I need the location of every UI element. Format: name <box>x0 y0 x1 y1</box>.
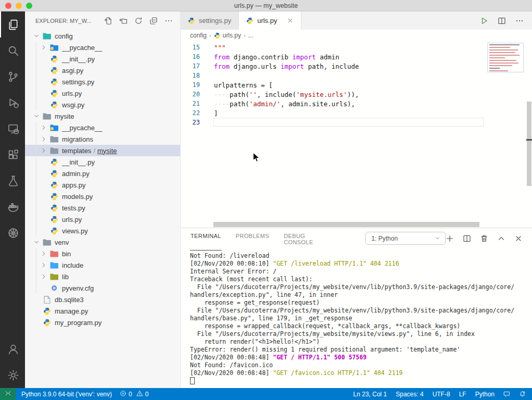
code-line-22[interactable]: 22] <box>181 108 532 118</box>
panel-tab-problems[interactable]: PROBLEMS <box>235 226 270 251</box>
feedback-button[interactable] <box>503 391 510 397</box>
activity-item-search[interactable] <box>0 38 25 64</box>
problems-status[interactable]: 0 0 <box>120 390 148 398</box>
remote-indicator[interactable] <box>0 388 16 400</box>
plus-button[interactable] <box>446 234 454 243</box>
activity-item-kubernetes[interactable] <box>0 220 25 246</box>
code-line-17[interactable]: 17from django.urls import path, include <box>181 61 532 71</box>
tree-item-mysite[interactable]: mysite <box>25 110 180 122</box>
tree-item-label: __init__.py <box>62 55 95 63</box>
new-file-button[interactable] <box>104 17 112 25</box>
code-editor[interactable]: 15"""16from django.contrib import admin1… <box>181 41 532 228</box>
minimap[interactable] <box>487 43 524 72</box>
horizontal-scrollbar[interactable] <box>213 222 479 227</box>
tree-item-asgi.py[interactable]: asgi.py <box>25 65 180 76</box>
activity-item-settings-gear[interactable] <box>0 362 25 388</box>
chevron-right-icon[interactable] <box>40 249 48 258</box>
tree-item-manage.py[interactable]: manage.py <box>25 305 180 317</box>
chevron-right-icon[interactable] <box>40 146 48 155</box>
python-interpreter-status[interactable]: Python 3.9.0 64-bit ('venv': venv) <box>21 391 112 398</box>
status-spaces-4[interactable]: Spaces: 4 <box>396 391 423 398</box>
zoom-window-button[interactable] <box>26 3 32 9</box>
chevron-right-icon[interactable] <box>40 123 48 132</box>
close-button[interactable] <box>514 234 523 243</box>
tree-item-db.sqlite3[interactable]: db.sqlite3 <box>25 294 180 305</box>
run-icon <box>480 17 488 25</box>
activity-item-test-beaker[interactable] <box>0 168 25 194</box>
tree-item-__init__.py[interactable]: __init__.py <box>25 53 180 65</box>
chevron-right-icon[interactable] <box>40 272 48 281</box>
tree-item-config[interactable]: config <box>25 30 180 42</box>
code-line-19[interactable]: 19urlpatterns = [ <box>181 80 532 90</box>
collapse-all-button[interactable] <box>149 17 158 25</box>
run-button[interactable] <box>480 17 488 25</box>
split-panel-button[interactable] <box>463 234 471 243</box>
tab-urls.py[interactable]: urls.py <box>239 11 301 30</box>
code-line-15[interactable]: 15""" <box>181 43 532 52</box>
activity-item-run-debug[interactable] <box>0 90 25 116</box>
bell-button[interactable] <box>519 391 526 397</box>
vertical-scrollbar[interactable] <box>527 102 531 186</box>
chevron-down-icon[interactable] <box>32 32 41 40</box>
tree-item-bin[interactable]: bin <box>25 248 180 259</box>
chevron-up-button[interactable] <box>497 234 505 243</box>
activity-item-extensions[interactable] <box>0 142 25 168</box>
tree-item-migrations[interactable]: migrations <box>25 133 180 145</box>
chevron-down-icon[interactable] <box>32 112 41 120</box>
code-line-18[interactable]: 18 <box>181 71 532 80</box>
tree-item-__init__.py[interactable]: __init__.py <box>25 156 180 168</box>
chevron-right-icon[interactable] <box>40 43 48 52</box>
activity-item-docker[interactable] <box>0 194 25 220</box>
code-line-20[interactable]: 20····path('', include('mysite.urls')), <box>181 90 532 99</box>
status-python[interactable]: Python <box>475 391 495 398</box>
chevron-right-icon[interactable] <box>40 135 48 143</box>
code-line-16[interactable]: 16from django.contrib import admin <box>181 52 532 61</box>
status-lf[interactable]: LF <box>459 391 466 398</box>
code-line-21[interactable]: 21····path('admin/', admin.site.urls), <box>181 99 532 108</box>
tree-item-templates[interactable]: templates/mysite <box>25 145 180 156</box>
minimize-window-button[interactable] <box>16 3 22 9</box>
chevron-down-icon[interactable] <box>32 238 41 246</box>
tree-item-pyvenv.cfg[interactable]: ⚙pyvenv.cfg <box>25 282 180 294</box>
breadcrumb-item-...[interactable]: ... <box>248 32 254 39</box>
tree-item-urls.py[interactable]: urls.py <box>25 88 180 99</box>
tree-item-models.py[interactable]: models.py <box>25 191 180 202</box>
tree-item-apps.py[interactable]: apps.py <box>25 179 180 191</box>
trash-button[interactable] <box>480 234 488 243</box>
tree-item-my_program.py[interactable]: my_program.py <box>25 317 180 328</box>
close-window-button[interactable] <box>5 3 11 9</box>
tree-item-views.py[interactable]: views.py <box>25 225 180 236</box>
activity-item-source-control[interactable] <box>0 64 25 90</box>
activity-item-explorer[interactable] <box>0 11 25 38</box>
terminal-select[interactable]: 1: Python <box>365 232 446 245</box>
panel-tab-debug-console[interactable]: DEBUG CONSOLE <box>283 226 332 251</box>
activity-item-account[interactable] <box>0 336 25 362</box>
close-icon[interactable] <box>287 17 294 24</box>
new-folder-button[interactable] <box>119 17 128 25</box>
status-utf-8[interactable]: UTF-8 <box>433 391 450 398</box>
tree-item-__pycache__[interactable]: __pycache__ <box>25 122 180 133</box>
activity-item-remote-explorer[interactable] <box>0 116 25 142</box>
tab-settings.py[interactable]: settings.py <box>181 11 239 30</box>
code-line-23[interactable]: 23 <box>181 118 532 127</box>
more-button[interactable] <box>164 17 173 25</box>
breadcrumb-item-urls.py[interactable]: urls.py <box>214 32 241 39</box>
tree-item-tests.py[interactable]: tests.py <box>25 202 180 214</box>
python-icon <box>214 32 221 39</box>
refresh-button[interactable] <box>134 17 143 25</box>
chevron-right-icon[interactable] <box>40 261 48 269</box>
tree-item-wsgi.py[interactable]: wsgi.py <box>25 99 180 110</box>
tree-item-venv[interactable]: venv <box>25 236 180 248</box>
breadcrumb-item-config[interactable]: config <box>190 32 207 39</box>
panel-tab-terminal[interactable]: TERMINAL <box>190 226 222 251</box>
tree-item-settings.py[interactable]: settings.py <box>25 76 180 88</box>
tree-item-__pycache__[interactable]: __pycache__ <box>25 42 180 53</box>
tree-item-admin.py[interactable]: admin.py <box>25 168 180 179</box>
split-editor-button[interactable] <box>498 17 506 25</box>
tree-item-include[interactable]: include <box>25 259 180 271</box>
terminal-output[interactable]: Not Found: /livereload[02/Nov/2020 00:08… <box>181 248 532 388</box>
tree-item-lib[interactable]: lib <box>25 271 180 282</box>
more-button[interactable] <box>515 17 524 25</box>
status-ln-23-col-1[interactable]: Ln 23, Col 1 <box>353 391 387 398</box>
tree-item-urls.py[interactable]: urls.py <box>25 214 180 225</box>
